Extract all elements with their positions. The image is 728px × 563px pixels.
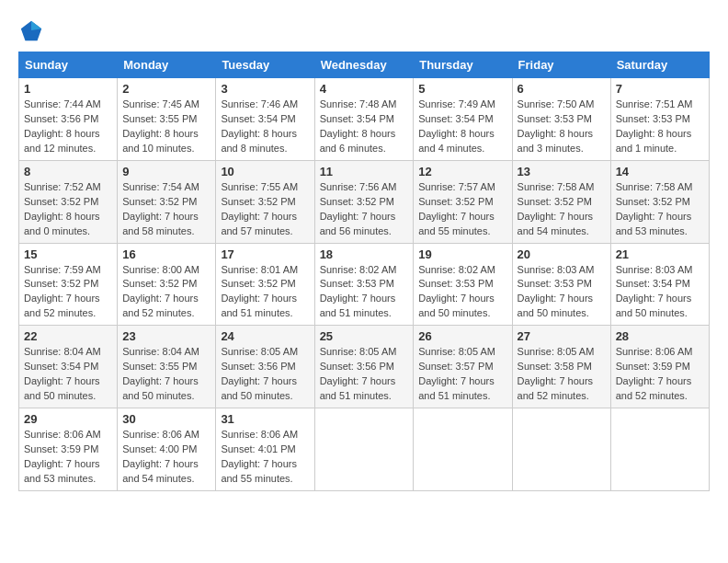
day-number: 9 [122, 165, 210, 178]
day-cell: 27Sunrise: 8:05 AMSunset: 3:58 PMDayligh… [512, 326, 610, 408]
day-cell: 11Sunrise: 7:56 AMSunset: 3:52 PMDayligh… [314, 160, 414, 243]
header-day-wednesday: Wednesday [314, 52, 414, 78]
day-number: 14 [616, 165, 704, 178]
day-number: 26 [418, 329, 506, 343]
day-info: Sunrise: 7:57 AMSunset: 3:52 PMDaylight:… [418, 180, 506, 239]
day-number: 30 [122, 412, 210, 426]
day-info: Sunrise: 8:02 AMSunset: 3:53 PMDaylight:… [320, 263, 409, 322]
day-cell [314, 408, 414, 491]
day-info: Sunrise: 7:55 AMSunset: 3:52 PMDaylight:… [221, 180, 309, 239]
day-cell: 14Sunrise: 7:58 AMSunset: 3:52 PMDayligh… [610, 160, 709, 243]
day-info: Sunrise: 7:45 AMSunset: 3:55 PMDaylight:… [122, 98, 210, 156]
day-cell: 29Sunrise: 8:06 AMSunset: 3:59 PMDayligh… [19, 408, 118, 491]
day-info: Sunrise: 8:06 AMSunset: 4:00 PMDaylight:… [122, 428, 210, 487]
day-number: 16 [122, 247, 210, 261]
day-cell: 4Sunrise: 7:48 AMSunset: 3:54 PMDaylight… [314, 78, 414, 161]
day-info: Sunrise: 8:02 AMSunset: 3:53 PMDaylight:… [418, 263, 506, 322]
header [18, 18, 710, 44]
calendar-table: SundayMondayTuesdayWednesdayThursdayFrid… [18, 52, 710, 491]
day-number: 21 [616, 247, 704, 261]
day-cell [512, 408, 610, 491]
day-number: 12 [418, 165, 506, 178]
day-cell: 30Sunrise: 8:06 AMSunset: 4:00 PMDayligh… [118, 408, 216, 491]
day-info: Sunrise: 7:59 AMSunset: 3:52 PMDaylight:… [24, 263, 112, 322]
day-info: Sunrise: 8:05 AMSunset: 3:57 PMDaylight:… [418, 345, 506, 404]
logo [18, 18, 48, 44]
day-cell: 10Sunrise: 7:55 AMSunset: 3:52 PMDayligh… [216, 160, 314, 243]
day-info: Sunrise: 8:06 AMSunset: 4:01 PMDaylight:… [221, 428, 309, 487]
day-cell: 31Sunrise: 8:06 AMSunset: 4:01 PMDayligh… [216, 408, 314, 491]
day-number: 10 [221, 165, 309, 178]
day-info: Sunrise: 8:05 AMSunset: 3:56 PMDaylight:… [221, 345, 309, 404]
day-info: Sunrise: 8:05 AMSunset: 3:58 PMDaylight:… [518, 345, 606, 404]
day-info: Sunrise: 8:04 AMSunset: 3:55 PMDaylight:… [122, 345, 210, 404]
day-info: Sunrise: 8:00 AMSunset: 3:52 PMDaylight:… [122, 263, 210, 322]
header-row: SundayMondayTuesdayWednesdayThursdayFrid… [19, 52, 710, 78]
day-number: 31 [221, 412, 309, 426]
day-info: Sunrise: 7:44 AMSunset: 3:56 PMDaylight:… [24, 98, 112, 156]
day-cell: 13Sunrise: 7:58 AMSunset: 3:52 PMDayligh… [512, 160, 610, 243]
day-number: 25 [320, 329, 409, 343]
day-cell: 21Sunrise: 8:03 AMSunset: 3:54 PMDayligh… [610, 243, 709, 326]
day-info: Sunrise: 7:49 AMSunset: 3:54 PMDaylight:… [418, 98, 506, 156]
day-info: Sunrise: 7:52 AMSunset: 3:52 PMDaylight:… [24, 180, 112, 239]
day-number: 19 [418, 247, 506, 261]
day-info: Sunrise: 7:51 AMSunset: 3:53 PMDaylight:… [616, 98, 704, 156]
day-info: Sunrise: 7:58 AMSunset: 3:52 PMDaylight:… [616, 180, 704, 239]
day-cell: 19Sunrise: 8:02 AMSunset: 3:53 PMDayligh… [414, 243, 512, 326]
day-cell: 18Sunrise: 8:02 AMSunset: 3:53 PMDayligh… [314, 243, 414, 326]
day-cell: 25Sunrise: 8:05 AMSunset: 3:56 PMDayligh… [314, 326, 414, 408]
day-number: 23 [122, 329, 210, 343]
header-day-thursday: Thursday [414, 52, 512, 78]
header-day-sunday: Sunday [19, 52, 118, 78]
day-cell: 9Sunrise: 7:54 AMSunset: 3:52 PMDaylight… [118, 160, 216, 243]
day-info: Sunrise: 8:06 AMSunset: 3:59 PMDaylight:… [24, 428, 112, 487]
day-info: Sunrise: 8:05 AMSunset: 3:56 PMDaylight:… [320, 345, 409, 404]
day-info: Sunrise: 8:01 AMSunset: 3:52 PMDaylight:… [221, 263, 309, 322]
day-number: 5 [418, 82, 506, 96]
day-cell: 3Sunrise: 7:46 AMSunset: 3:54 PMDaylight… [216, 78, 314, 161]
day-cell: 2Sunrise: 7:45 AMSunset: 3:55 PMDaylight… [118, 78, 216, 161]
day-number: 22 [24, 329, 112, 343]
day-info: Sunrise: 8:06 AMSunset: 3:59 PMDaylight:… [616, 345, 704, 404]
day-number: 1 [24, 82, 112, 96]
day-number: 17 [221, 247, 309, 261]
week-row-2: 8Sunrise: 7:52 AMSunset: 3:52 PMDaylight… [19, 160, 710, 243]
header-day-friday: Friday [512, 52, 610, 78]
day-number: 29 [24, 412, 112, 426]
day-number: 3 [221, 82, 309, 96]
day-number: 28 [616, 329, 704, 343]
day-number: 18 [320, 247, 409, 261]
day-cell: 28Sunrise: 8:06 AMSunset: 3:59 PMDayligh… [610, 326, 709, 408]
day-cell [610, 408, 709, 491]
day-number: 24 [221, 329, 309, 343]
day-cell: 24Sunrise: 8:05 AMSunset: 3:56 PMDayligh… [216, 326, 314, 408]
day-info: Sunrise: 8:04 AMSunset: 3:54 PMDaylight:… [24, 345, 112, 404]
day-number: 27 [518, 329, 606, 343]
day-info: Sunrise: 7:48 AMSunset: 3:54 PMDaylight:… [320, 98, 409, 156]
day-number: 13 [518, 165, 606, 178]
day-cell: 12Sunrise: 7:57 AMSunset: 3:52 PMDayligh… [414, 160, 512, 243]
week-row-1: 1Sunrise: 7:44 AMSunset: 3:56 PMDaylight… [19, 78, 710, 161]
header-day-monday: Monday [118, 52, 216, 78]
day-number: 20 [518, 247, 606, 261]
day-info: Sunrise: 8:03 AMSunset: 3:54 PMDaylight:… [616, 263, 704, 322]
week-row-5: 29Sunrise: 8:06 AMSunset: 3:59 PMDayligh… [19, 408, 710, 491]
day-number: 11 [320, 165, 409, 178]
day-cell: 17Sunrise: 8:01 AMSunset: 3:52 PMDayligh… [216, 243, 314, 326]
day-number: 8 [24, 165, 112, 178]
day-info: Sunrise: 7:50 AMSunset: 3:53 PMDaylight:… [518, 98, 606, 156]
day-info: Sunrise: 7:56 AMSunset: 3:52 PMDaylight:… [320, 180, 409, 239]
day-cell: 15Sunrise: 7:59 AMSunset: 3:52 PMDayligh… [19, 243, 118, 326]
day-cell: 7Sunrise: 7:51 AMSunset: 3:53 PMDaylight… [610, 78, 709, 161]
day-cell [414, 408, 512, 491]
day-info: Sunrise: 7:54 AMSunset: 3:52 PMDaylight:… [122, 180, 210, 239]
day-info: Sunrise: 8:03 AMSunset: 3:53 PMDaylight:… [518, 263, 606, 322]
week-row-4: 22Sunrise: 8:04 AMSunset: 3:54 PMDayligh… [19, 326, 710, 408]
day-cell: 16Sunrise: 8:00 AMSunset: 3:52 PMDayligh… [118, 243, 216, 326]
day-number: 6 [518, 82, 606, 96]
day-number: 4 [320, 82, 409, 96]
day-number: 7 [616, 82, 704, 96]
day-cell: 20Sunrise: 8:03 AMSunset: 3:53 PMDayligh… [512, 243, 610, 326]
logo-icon [18, 18, 44, 44]
